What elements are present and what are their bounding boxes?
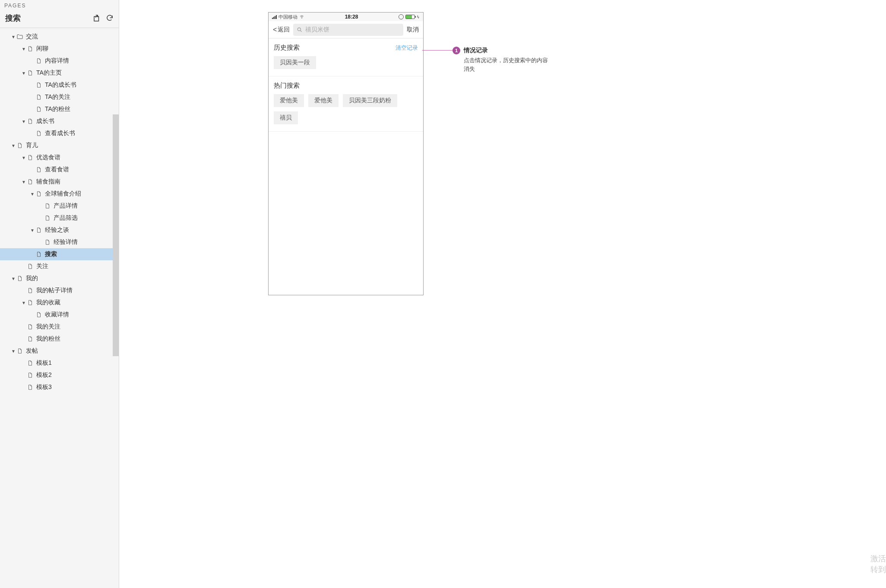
search-icon bbox=[297, 27, 303, 33]
caret-down-icon[interactable]: ▼ bbox=[21, 119, 27, 124]
tree-item[interactable]: ▼我的粉丝 bbox=[0, 333, 119, 345]
tree-item[interactable]: ▼收藏详情 bbox=[0, 309, 119, 321]
sidebar-title-row: 搜索 bbox=[0, 10, 119, 28]
cancel-button[interactable]: 取消 bbox=[407, 26, 419, 34]
hot-title: 热门搜索 bbox=[274, 82, 418, 90]
tree-item[interactable]: ▼全球辅食介绍 bbox=[0, 188, 119, 200]
history-section: 历史搜索 清空记录 贝因美一段 bbox=[269, 38, 423, 76]
tree-item[interactable]: ▼内容详情 bbox=[0, 55, 119, 67]
caret-down-icon[interactable]: ▼ bbox=[21, 180, 27, 184]
history-tags: 贝因美一段 bbox=[274, 56, 418, 69]
sidebar: PAGES 搜索 ▼交流▼闲聊▼内容详情▼TA的主页▼TA的成长书▼TA的关注▼… bbox=[0, 0, 119, 588]
hot-section: 热门搜索 爱他美爱他美贝因美三段奶粉禧贝 bbox=[269, 76, 423, 132]
refresh-icon[interactable] bbox=[106, 14, 114, 22]
tree-item-label: 模板2 bbox=[36, 371, 52, 379]
tree-item-label: TA的关注 bbox=[45, 93, 70, 101]
caret-down-icon[interactable]: ▼ bbox=[21, 155, 27, 160]
annotation-badge: 1 bbox=[452, 47, 460, 54]
search-tag[interactable]: 爱他美 bbox=[274, 94, 304, 107]
share-icon[interactable] bbox=[93, 14, 101, 22]
tree-item[interactable]: ▼经验详情 bbox=[0, 236, 119, 248]
tree-item-label: TA的主页 bbox=[36, 69, 62, 77]
search-input[interactable]: 禧贝米饼 bbox=[293, 24, 403, 36]
tree-item[interactable]: ▼模板1 bbox=[0, 357, 119, 369]
phone-mockup: 中国移动 18:28 ϟ < 返回 禧贝米饼 bbox=[268, 12, 424, 295]
tree-item[interactable]: ▼模板3 bbox=[0, 381, 119, 393]
tree-item[interactable]: ▼成长书 bbox=[0, 115, 119, 127]
tree-item-label: 产品筛选 bbox=[54, 214, 78, 222]
annotation-title: 情况记录 bbox=[464, 47, 550, 54]
tree-item[interactable]: ▼TA的主页 bbox=[0, 67, 119, 79]
tree-item[interactable]: ▼我的帖子详情 bbox=[0, 285, 119, 297]
page-icon bbox=[16, 275, 23, 282]
page-icon bbox=[35, 251, 42, 258]
wifi-icon bbox=[299, 15, 304, 19]
tree-item[interactable]: ▼闲聊 bbox=[0, 43, 119, 55]
search-tag[interactable]: 贝因美三段奶粉 bbox=[343, 94, 397, 107]
tree-item[interactable]: ▼查看成长书 bbox=[0, 127, 119, 139]
tree-item-label: 交流 bbox=[26, 33, 38, 41]
tree-item-label: 闲聊 bbox=[36, 45, 48, 53]
tree-item[interactable]: ▼优选食谱 bbox=[0, 152, 119, 164]
tree-item-label: 收藏详情 bbox=[45, 311, 69, 319]
tree-item[interactable]: ▼发帖 bbox=[0, 345, 119, 357]
svg-rect-0 bbox=[94, 16, 99, 21]
page-icon bbox=[27, 287, 34, 294]
tree-item[interactable]: ▼我的关注 bbox=[0, 321, 119, 333]
tree-item[interactable]: ▼产品详情 bbox=[0, 200, 119, 212]
watermark: 激活 转到 bbox=[870, 553, 886, 575]
tree-item-label: 查看食谱 bbox=[45, 166, 69, 174]
tree-item[interactable]: ▼育儿 bbox=[0, 139, 119, 152]
caret-down-icon[interactable]: ▼ bbox=[21, 71, 27, 76]
tree-item[interactable]: ▼我的收藏 bbox=[0, 297, 119, 309]
caret-down-icon[interactable]: ▼ bbox=[10, 35, 16, 39]
svg-point-1 bbox=[301, 18, 302, 18]
tree-item-label: 全球辅食介绍 bbox=[45, 190, 81, 198]
page-icon bbox=[27, 360, 34, 367]
page-icon bbox=[27, 384, 34, 391]
caret-down-icon[interactable]: ▼ bbox=[29, 228, 35, 233]
hot-tags: 爱他美爱他美贝因美三段奶粉禧贝 bbox=[274, 94, 418, 124]
tree-item-label: 育儿 bbox=[26, 142, 38, 149]
tree-item[interactable]: ▼TA的粉丝 bbox=[0, 103, 119, 115]
status-bar: 中国移动 18:28 ϟ bbox=[269, 13, 423, 21]
tree-item[interactable]: ▼TA的关注 bbox=[0, 91, 119, 103]
svg-point-2 bbox=[298, 28, 301, 31]
tree-item[interactable]: ▼经验之谈 bbox=[0, 224, 119, 236]
caret-down-icon[interactable]: ▼ bbox=[10, 143, 16, 148]
caret-down-icon[interactable]: ▼ bbox=[21, 47, 27, 51]
caret-down-icon[interactable]: ▼ bbox=[29, 192, 35, 196]
page-icon bbox=[27, 299, 34, 306]
tree-item-label: TA的粉丝 bbox=[45, 105, 70, 113]
clear-history-link[interactable]: 清空记录 bbox=[396, 44, 418, 52]
caret-down-icon[interactable]: ▼ bbox=[21, 300, 27, 305]
folder-icon bbox=[16, 33, 23, 40]
tree-item[interactable]: ▼关注 bbox=[0, 260, 119, 272]
search-tag[interactable]: 禧贝 bbox=[274, 111, 298, 124]
tree-item[interactable]: ▼模板2 bbox=[0, 369, 119, 381]
page-icon bbox=[44, 239, 51, 246]
search-tag[interactable]: 爱他美 bbox=[308, 94, 339, 107]
tree-item[interactable]: ▼交流 bbox=[0, 31, 119, 43]
tree-item[interactable]: ▼查看食谱 bbox=[0, 164, 119, 176]
back-button[interactable]: < 返回 bbox=[273, 26, 290, 34]
signal-icon bbox=[272, 15, 277, 19]
page-icon bbox=[35, 94, 42, 101]
page-icon bbox=[35, 227, 42, 234]
tree-item[interactable]: ▼TA的成长书 bbox=[0, 79, 119, 91]
tree-item-label: 发帖 bbox=[26, 347, 38, 355]
tree-item[interactable]: ▼我的 bbox=[0, 272, 119, 285]
search-tag[interactable]: 贝因美一段 bbox=[274, 56, 316, 69]
page-icon bbox=[27, 335, 34, 342]
tree-item[interactable]: ▼产品筛选 bbox=[0, 212, 119, 224]
svg-line-3 bbox=[301, 30, 302, 32]
tree-item[interactable]: ▼辅食指南 bbox=[0, 176, 119, 188]
tree-item-label: 关注 bbox=[36, 262, 48, 270]
caret-down-icon[interactable]: ▼ bbox=[10, 349, 16, 354]
tree-item[interactable]: ▼搜索 bbox=[0, 248, 119, 260]
page-icon bbox=[35, 166, 42, 173]
caret-down-icon[interactable]: ▼ bbox=[10, 276, 16, 281]
tree-scroll[interactable]: ▼交流▼闲聊▼内容详情▼TA的主页▼TA的成长书▼TA的关注▼TA的粉丝▼成长书… bbox=[0, 28, 119, 588]
scrollbar-thumb[interactable] bbox=[113, 114, 119, 356]
nav-bar: < 返回 禧贝米饼 取消 bbox=[269, 21, 423, 38]
